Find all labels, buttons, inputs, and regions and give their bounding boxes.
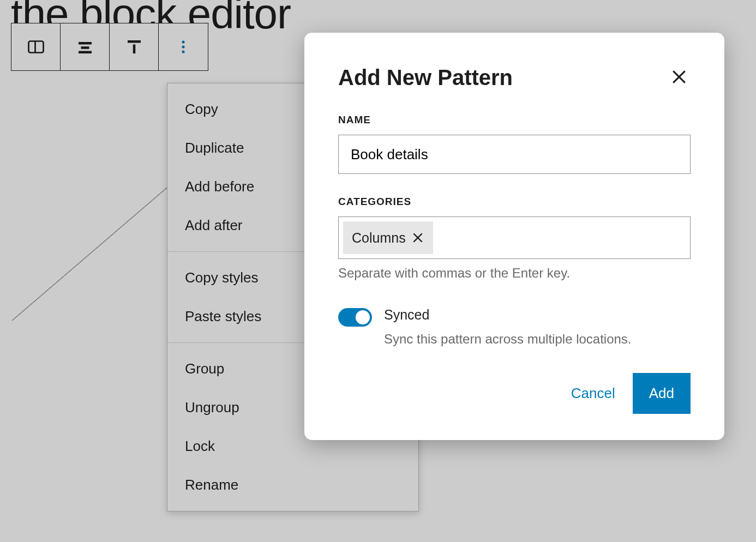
add-pattern-dialog: Add New Pattern NAME CATEGORIES Columns … xyxy=(304,33,724,440)
svg-rect-2 xyxy=(79,42,92,45)
more-icon[interactable] xyxy=(159,23,208,70)
svg-rect-5 xyxy=(128,40,141,43)
svg-point-7 xyxy=(182,40,184,43)
add-button[interactable]: Add xyxy=(633,373,691,414)
svg-rect-6 xyxy=(133,45,135,54)
block-toolbar xyxy=(11,23,208,71)
categories-label: CATEGORIES xyxy=(338,196,691,208)
close-button[interactable] xyxy=(668,65,691,90)
close-icon xyxy=(411,231,424,244)
category-token-label: Columns xyxy=(352,230,406,246)
svg-point-8 xyxy=(182,45,184,48)
name-label: NAME xyxy=(338,114,691,126)
remove-category-button[interactable] xyxy=(411,231,424,244)
align-top-icon[interactable] xyxy=(110,23,159,70)
synced-toggle[interactable] xyxy=(338,308,372,327)
columns-icon[interactable] xyxy=(11,23,61,70)
menu-item-rename[interactable]: Rename xyxy=(167,466,418,504)
dialog-title: Add New Pattern xyxy=(338,65,513,90)
category-token: Columns xyxy=(343,221,433,254)
pattern-name-input[interactable] xyxy=(338,135,691,174)
categories-help: Separate with commas or the Enter key. xyxy=(338,266,691,281)
close-icon xyxy=(670,68,688,86)
svg-point-9 xyxy=(182,50,184,53)
synced-description: Sync this pattern across multiple locati… xyxy=(384,332,632,347)
svg-rect-0 xyxy=(28,41,43,53)
synced-label: Synced xyxy=(384,307,632,323)
svg-rect-3 xyxy=(81,46,89,49)
cancel-button[interactable]: Cancel xyxy=(571,385,615,402)
categories-input[interactable]: Columns xyxy=(338,216,691,259)
align-center-icon[interactable] xyxy=(61,23,110,70)
svg-rect-4 xyxy=(79,51,92,54)
